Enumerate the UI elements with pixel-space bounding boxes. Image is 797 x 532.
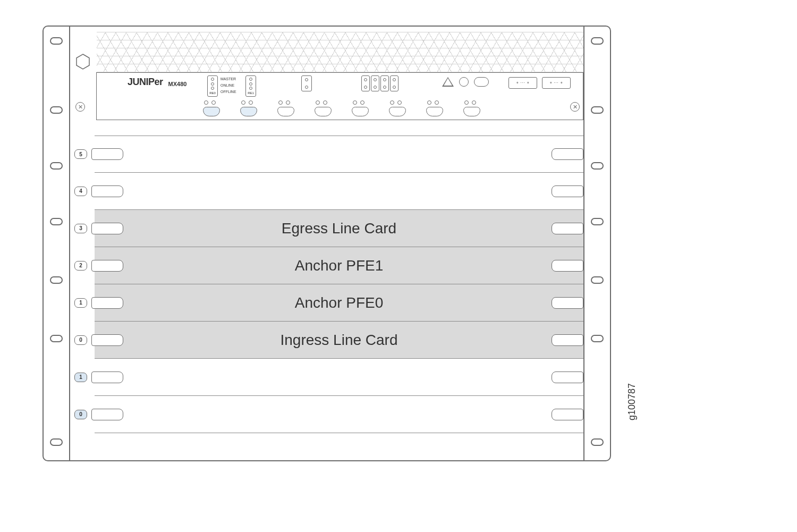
ear-hole (591, 276, 604, 284)
brand-logo: JUNIPer (128, 77, 163, 88)
ear-hole (591, 438, 604, 446)
line-card-slot: 2Anchor PFE1 (95, 247, 583, 284)
circle-icon (459, 77, 469, 87)
line-card-slots: 543Egress Line Card2Anchor PFE11Anchor P… (70, 136, 583, 460)
eject-handle (91, 148, 123, 160)
eject-handle (552, 148, 583, 160)
ear-hole (591, 106, 604, 114)
ear-hole (50, 438, 63, 446)
slot-number: 0 (74, 335, 87, 345)
fan-icon (240, 100, 257, 116)
slot-number: 1 (74, 298, 87, 308)
fan-icon (203, 100, 220, 116)
slot-label: Ingress Line Card (95, 332, 583, 349)
oval-icon (474, 77, 489, 87)
eject-handle (552, 185, 583, 197)
eject-handle (91, 185, 123, 197)
fan-icon (277, 100, 294, 116)
fan-row (97, 100, 583, 119)
slot-number: 3 (74, 224, 87, 233)
ear-hole (50, 276, 63, 284)
slot-number: 0 (74, 410, 87, 419)
offline-label: OFFLINE (221, 89, 236, 95)
re1-leds: RE1 (245, 75, 256, 97)
hex-icon (75, 53, 90, 70)
power-connector-icon: ∘ ⋯ ∘ (508, 77, 537, 89)
chassis-inner: ✕ ✕ JUNIPer MX480 RE0 MASTER ONLINE OFFL… (70, 27, 583, 460)
routing-engine-panel: ✕ ✕ JUNIPer MX480 RE0 MASTER ONLINE OFFL… (96, 72, 583, 120)
line-card-slot: 0Ingress Line Card (95, 322, 583, 359)
screw-icon: ✕ (75, 102, 85, 112)
master-label: MASTER (221, 77, 236, 82)
model-label: MX480 (168, 81, 187, 87)
re1-label: RE1 (248, 91, 254, 95)
slot-number: 4 (74, 187, 87, 196)
re0-leds: RE0 (207, 75, 218, 97)
ear-hole (591, 218, 604, 225)
ear-hole (50, 106, 63, 114)
ear-hole (50, 335, 63, 342)
controller-panel: ✕ ✕ JUNIPer MX480 RE0 MASTER ONLINE OFFL… (70, 27, 583, 136)
eject-handle (91, 371, 123, 383)
line-card-slot: 4 (95, 173, 583, 210)
led-labels: MASTER ONLINE OFFLINE (221, 77, 236, 95)
figure-id: g100787 (626, 383, 638, 420)
slot-number: 2 (74, 261, 87, 271)
eject-handle (552, 371, 583, 383)
line-card-slot: 1 (95, 359, 583, 396)
triangle-icon (442, 77, 454, 87)
port-icon (301, 75, 312, 91)
ear-hole (591, 162, 604, 170)
fan-icon (389, 100, 406, 116)
ear-hole (50, 37, 63, 45)
rack-ear-right (583, 27, 610, 460)
line-card-slot: 5 (95, 136, 583, 173)
re0-label: RE0 (209, 91, 216, 95)
slot-number: 1 (74, 373, 87, 382)
slot-label: Egress Line Card (95, 220, 583, 237)
ear-hole (591, 335, 604, 342)
slot-number: 5 (74, 149, 87, 159)
brand: JUNIPer MX480 (128, 77, 186, 88)
eject-handle (91, 409, 123, 420)
online-label: ONLINE (221, 83, 236, 88)
line-card-slot: 0 (95, 396, 583, 433)
power-connector-icon: ∘ ⋯ ∘ (542, 77, 571, 89)
ear-hole (50, 162, 63, 170)
rack-ear-left (44, 27, 70, 460)
chassis: ✕ ✕ JUNIPer MX480 RE0 MASTER ONLINE OFFL… (43, 26, 611, 461)
fan-icon (315, 100, 332, 116)
slot-label: Anchor PFE1 (95, 257, 583, 274)
eject-handle (552, 409, 583, 420)
line-card-slot: 3Egress Line Card (95, 210, 583, 247)
vent-grille (97, 32, 583, 72)
fan-icon (426, 100, 443, 116)
ear-hole (591, 37, 604, 45)
fan-icon (352, 100, 369, 116)
line-card-slot: 1Anchor PFE0 (95, 284, 583, 322)
quad-port-icon (361, 75, 398, 91)
ear-hole (50, 218, 63, 225)
slot-label: Anchor PFE0 (95, 294, 583, 311)
svg-marker-0 (77, 54, 89, 69)
status-shapes (442, 77, 489, 87)
fan-icon (463, 100, 480, 116)
